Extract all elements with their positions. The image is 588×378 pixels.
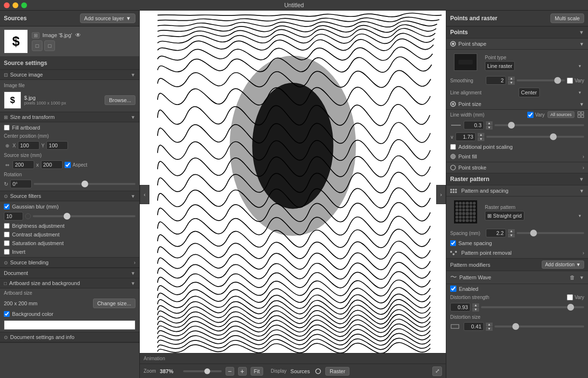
strength-slider-thumb[interactable]	[567, 304, 574, 311]
size-slider-thumb[interactable]	[512, 323, 519, 330]
strength-up[interactable]: ▲	[472, 303, 479, 307]
size-down[interactable]: ▼	[486, 327, 493, 331]
source-blending-header[interactable]: ⊙ Source blending ›	[0, 258, 139, 268]
v1-up[interactable]: ▲	[486, 121, 493, 125]
fullscreen-button[interactable]: ⤢	[432, 366, 442, 376]
point-size-radio-icon	[450, 101, 456, 107]
smoothing-vary-checkbox[interactable]	[567, 78, 573, 84]
maximize-btn[interactable]	[21, 2, 27, 8]
gaussian-blur-checkbox[interactable]	[4, 204, 10, 209]
background-color-swatch[interactable]	[4, 320, 135, 330]
all-sources-button[interactable]: All sources	[548, 111, 575, 118]
canvas-nav-right[interactable]: ›	[436, 185, 446, 204]
strength-down[interactable]: ▼	[472, 308, 479, 312]
raster-pattern-header[interactable]: Raster pattern ▼	[446, 173, 588, 185]
aspect-checkbox[interactable]	[65, 162, 71, 168]
zoom-slider[interactable]	[183, 370, 222, 372]
point-fill-header[interactable]: Point fill ›	[446, 151, 588, 162]
strength-value-input[interactable]	[450, 303, 470, 312]
rotation-slider-track[interactable]	[34, 183, 135, 185]
rotation-slider-thumb[interactable]	[81, 181, 88, 187]
source-size-label: Source size (mm)	[4, 153, 41, 158]
fill-artboard-checkbox[interactable]	[4, 125, 10, 130]
same-spacing-checkbox[interactable]	[450, 240, 456, 246]
point-type-select[interactable]: Line raster	[485, 61, 515, 71]
browse-button[interactable]: Browse...	[105, 95, 135, 105]
size-up[interactable]: ▲	[486, 323, 493, 326]
line-width-vary-checkbox[interactable]	[527, 112, 534, 118]
zoom-minus-btn[interactable]: −	[226, 367, 234, 376]
y-input[interactable]	[46, 141, 68, 150]
add-distortion-button[interactable]: Add distortion ▼	[542, 261, 584, 269]
spacing-slider-track[interactable]	[517, 232, 584, 234]
gaussian-slider-thumb[interactable]	[64, 213, 70, 220]
source-btn-2[interactable]: □	[44, 40, 55, 51]
close-btn[interactable]	[4, 2, 10, 8]
spacing-slider-thumb[interactable]	[530, 230, 537, 236]
v1-slider-thumb[interactable]	[508, 122, 515, 129]
doc-settings-header[interactable]: ⊙ Document settings and info	[0, 332, 139, 342]
trash-icon[interactable]: 🗑	[567, 273, 577, 282]
points-section-header[interactable]: Points ▼	[446, 26, 588, 39]
invert-checkbox[interactable]	[4, 249, 10, 255]
saturation-checkbox[interactable]	[4, 240, 10, 246]
spacing-up[interactable]: ▲	[508, 229, 515, 233]
point-size-header[interactable]: Point size ▼	[446, 99, 588, 110]
line-width-v2-input[interactable]	[455, 132, 476, 141]
rotation-input[interactable]	[10, 180, 32, 188]
canvas-nav-left[interactable]: ‹	[140, 185, 149, 204]
v2-down[interactable]: ▼	[478, 137, 484, 141]
line-width-v1-input[interactable]	[464, 121, 484, 130]
v2-slider-thumb[interactable]	[550, 133, 557, 140]
source-btn-1[interactable]: □	[32, 40, 42, 51]
background-color-checkbox[interactable]	[4, 311, 10, 317]
gaussian-stepper[interactable]	[25, 213, 31, 219]
v1-down[interactable]: ▼	[486, 126, 493, 130]
spacing-value-input[interactable]	[486, 229, 506, 237]
additional-scaling-checkbox[interactable]	[450, 144, 456, 150]
raster-pattern-select[interactable]: ⊞ Straight grid	[485, 211, 524, 221]
source-item[interactable]: $ ⊞ Image '$.jpg' 👁 □ □	[0, 26, 139, 57]
point-fill-subsection: Point fill ›	[446, 151, 588, 162]
strength-vary-checkbox[interactable]	[567, 294, 573, 300]
gaussian-blur-value-input[interactable]	[4, 212, 23, 221]
smoothing-up[interactable]: ▲	[508, 77, 515, 80]
wave-enabled-checkbox[interactable]	[450, 286, 456, 292]
visibility-icon[interactable]: 👁	[75, 32, 81, 39]
raster-button[interactable]: Raster	[325, 367, 349, 376]
pattern-point-removal-header[interactable]: Pattern point removal ›	[446, 248, 588, 259]
point-shape-header[interactable]: Point shape ▼	[446, 39, 588, 50]
brightness-checkbox[interactable]	[4, 223, 10, 229]
size-x-input[interactable]	[13, 160, 34, 169]
size-transform-header[interactable]: ⊞ Size and transform ▼	[0, 112, 139, 122]
line-alignment-select[interactable]: Center	[519, 88, 540, 97]
minimize-btn[interactable]	[13, 2, 18, 8]
multi-scale-button[interactable]: Multi scale	[550, 13, 584, 23]
point-stroke-header[interactable]: Point stroke ›	[446, 162, 588, 173]
pattern-spacing-header[interactable]: Pattern and spacing ▼	[446, 185, 588, 196]
v2-slider-track[interactable]	[486, 136, 584, 138]
size-value-input[interactable]	[464, 322, 484, 331]
artboard-header[interactable]: □ Artboard size and background ▼	[0, 278, 139, 288]
source-filters-header[interactable]: ⊙ Source filters ▼	[0, 191, 139, 201]
spacing-down[interactable]: ▼	[508, 234, 515, 237]
fit-button[interactable]: Fit	[251, 367, 263, 376]
source-image-header[interactable]: ⊡ Source image ▼	[0, 70, 139, 80]
add-source-button[interactable]: Add source layer ▼	[80, 13, 135, 23]
zoom-plus-btn[interactable]: +	[238, 367, 247, 376]
v1-slider-track[interactable]	[494, 124, 584, 126]
change-size-button[interactable]: Change size...	[93, 299, 135, 308]
smoothing-slider-thumb[interactable]	[554, 77, 561, 84]
smoothing-value-input[interactable]	[486, 76, 506, 85]
size-slider-track[interactable]	[494, 326, 584, 327]
v2-up[interactable]: ▲	[478, 133, 484, 137]
x-input[interactable]	[18, 141, 40, 150]
size-y-input[interactable]	[41, 160, 63, 169]
strength-vary-label: Vary	[575, 295, 584, 300]
document-header[interactable]: Document ▼	[0, 268, 139, 278]
strength-slider-track[interactable]	[481, 306, 584, 308]
gaussian-slider-track[interactable]	[33, 215, 135, 217]
smoothing-slider-track[interactable]	[517, 79, 565, 81]
smoothing-down[interactable]: ▼	[508, 81, 515, 85]
contrast-checkbox[interactable]	[4, 232, 10, 237]
